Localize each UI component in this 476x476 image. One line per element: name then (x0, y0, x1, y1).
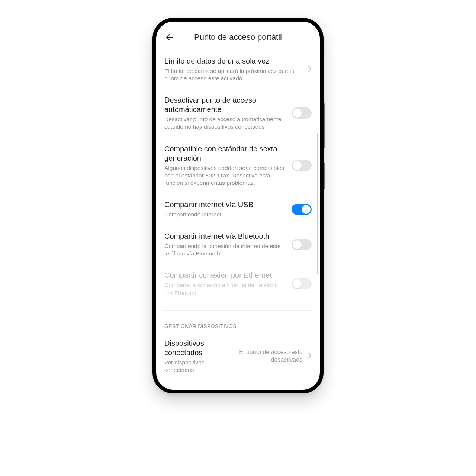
row-sub: Compartiendo la conexión de internet de … (164, 242, 286, 257)
phone-side-button (324, 103, 325, 148)
row-sub: Desactivar punto de acceso automáticamen… (164, 116, 286, 131)
toggle-gen6[interactable] (292, 160, 312, 171)
row-value: El punto de acceso está desactivado (232, 348, 303, 364)
toggle-bt-tether[interactable] (292, 239, 312, 250)
row-usb-tether: Compartir internet vía USB Compartiendo … (164, 193, 312, 225)
row-bt-tether: Compartir internet vía Bluetooth Compart… (164, 225, 312, 264)
divider (164, 310, 312, 311)
back-button[interactable] (164, 32, 175, 42)
row-label: Compatible con estándar de sexta generac… (164, 144, 286, 163)
toggle-ethernet-tether (292, 278, 312, 289)
row-sub: El límite de datos se aplicará la próxim… (164, 67, 303, 82)
section-header-manage-devices: GESTIONAR DISPOSITIVOS (164, 313, 312, 332)
chevron-right-icon (308, 65, 312, 74)
row-auto-off: Desactivar punto de acceso automáticamen… (164, 89, 312, 137)
row-sub: Comparte la conexión a Internet del telé… (164, 282, 286, 296)
row-data-limit[interactable]: Límite de datos de una sola vez El límit… (164, 50, 312, 89)
settings-list: Límite de datos de una sola vez El límit… (156, 50, 320, 390)
row-label: Compartir conexión por Ethernet (164, 271, 286, 280)
row-sub: Algunos dispositivos podrían ser incompa… (164, 164, 286, 187)
row-sub: Ver dispositivos conectados (164, 359, 227, 374)
row-label: Límite de datos de una sola vez (164, 57, 303, 66)
page-title: Punto de acceso portátil (175, 32, 301, 42)
row-ethernet-tether: Compartir conexión por Ethernet Comparte… (164, 264, 312, 303)
row-label: Desactivar punto de acceso automáticamen… (164, 96, 286, 114)
scrollbar[interactable] (317, 133, 318, 274)
screen: Punto de acceso portátil Límite de datos… (156, 22, 320, 390)
row-gen6: Compatible con estándar de sexta generac… (164, 138, 312, 193)
row-label: Dispositivos conectados (164, 339, 227, 357)
row-label: Compartir internet vía USB (164, 200, 286, 209)
toggle-usb-tether[interactable] (292, 204, 312, 215)
row-label: Compartir internet vía Bluetooth (164, 232, 286, 241)
arrow-left-icon (165, 33, 174, 42)
toggle-auto-off[interactable] (292, 107, 312, 119)
chevron-right-icon (308, 352, 312, 360)
row-sub: Compartiendo internet (164, 211, 286, 218)
header: Punto de acceso portátil (156, 22, 320, 50)
row-connected-devices[interactable]: Dispositivos conectados Ver dispositivos… (164, 332, 312, 380)
phone-frame: Punto de acceso portátil Límite de datos… (152, 18, 324, 393)
phone-side-button (324, 163, 325, 189)
